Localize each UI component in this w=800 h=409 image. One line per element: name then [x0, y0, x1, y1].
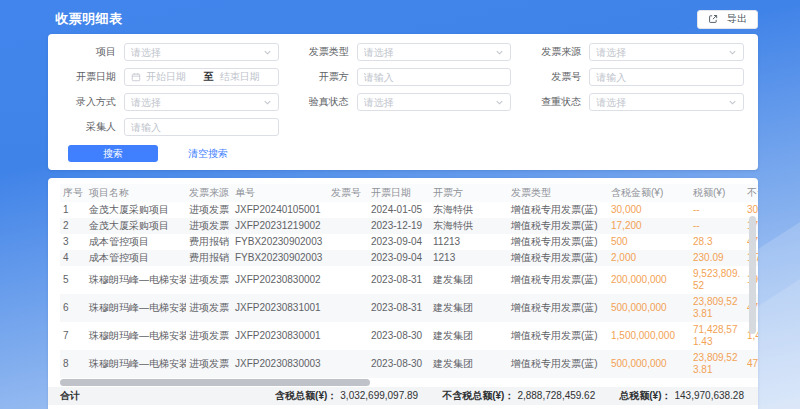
filter-spacer — [295, 118, 512, 136]
filter-panel: 项目 发票类型 发票来源 — [48, 34, 758, 170]
horizontal-scrollbar[interactable] — [60, 379, 370, 386]
table-cell — [328, 322, 368, 350]
table-cell: 增值税专用发票(蓝) — [508, 218, 608, 234]
page-title: 收票明细表 — [48, 10, 123, 28]
table-cell: 8 — [60, 350, 86, 378]
table-cell: 建发集团 — [430, 322, 508, 350]
search-button[interactable]: 搜索 — [68, 145, 158, 162]
table-cell: 珠穆朗玛峰—电梯安装 — [86, 266, 186, 294]
duplicate-status-select[interactable] — [589, 93, 744, 111]
duplicate-status-filter-label: 查重状态 — [527, 95, 581, 109]
column-header: 发票类型 — [508, 184, 608, 202]
table-cell: 建发集团 — [430, 266, 508, 294]
invoice-detail-page: 收票明细表 导出 项目 发票类型 — [0, 0, 800, 409]
table-cell: 2 — [60, 218, 86, 234]
table-cell: 28.3 — [690, 234, 744, 250]
summary-totals: 含税总额(¥)：3,032,699,097.89不含税总额(¥)：2,888,7… — [275, 389, 744, 403]
table-cell: 增值税专用发票(蓝) — [508, 266, 608, 294]
table-cell: 1213 — [430, 250, 508, 266]
table-cell: 2023-08-31 — [368, 294, 430, 322]
table-cell: FYBX20230902003 — [232, 250, 328, 266]
invoice-number-input[interactable] — [596, 72, 737, 83]
column-header: 发票来源 — [186, 184, 232, 202]
invoice-type-filter: 发票类型 — [295, 43, 512, 61]
issuer-input[interactable] — [364, 72, 505, 83]
invoice-date-filter: 开票日期 开始日期 至 结束日期 — [62, 68, 279, 86]
column-header: 项目名称 — [86, 184, 186, 202]
table-cell: 进项发票 — [186, 294, 232, 322]
issuer-filter-label: 开票方 — [295, 70, 349, 84]
filter-actions: 搜索 清空搜索 — [62, 145, 744, 162]
project-select[interactable] — [124, 43, 279, 61]
table-header-row: 序号项目名称发票来源单号发票号开票日期开票方发票类型含税金额(¥)税额(¥)不含… — [60, 184, 758, 202]
invoice-source-select-input[interactable] — [596, 47, 728, 58]
project-filter: 项目 — [62, 43, 279, 61]
project-filter-label: 项目 — [62, 45, 116, 59]
table-cell: 珠穆朗玛峰—电梯安装 — [86, 294, 186, 322]
table-cell: 500,000,000 — [608, 294, 690, 322]
table-row: 2金茂大厦采购项目进项发票JXFP202312190022023-12-19东海… — [60, 218, 758, 234]
table-cell: 东海特供 — [430, 202, 508, 218]
table-cell: 进项发票 — [186, 202, 232, 218]
invoice-source-select[interactable] — [589, 43, 744, 61]
invoice-date-range[interactable]: 开始日期 至 结束日期 — [124, 68, 279, 86]
summary-item: 含税总额(¥)：3,032,699,097.89 — [275, 389, 418, 403]
collector-filter: 采集人 — [62, 118, 279, 136]
collector-input[interactable] — [131, 122, 272, 133]
export-button[interactable]: 导出 — [697, 10, 758, 29]
table-cell: 进项发票 — [186, 218, 232, 234]
invoice-source-filter-label: 发票来源 — [527, 45, 581, 59]
invoice-type-select[interactable] — [357, 43, 512, 61]
invoice-type-select-input[interactable] — [364, 47, 496, 58]
table-cell: 进项发票 — [186, 322, 232, 350]
export-label: 导出 — [727, 12, 747, 26]
table-cell: 9,523,809.52 — [690, 266, 744, 294]
table-row: 8珠穆朗玛峰—电梯安装进项发票JXFP202308300032023-08-30… — [60, 350, 758, 378]
clear-search-button[interactable]: 清空搜索 — [188, 147, 228, 161]
table-row: 1金茂大厦采购项目进项发票JXFP202401050012024-01-05东海… — [60, 202, 758, 218]
issuer-input-wrap[interactable] — [357, 68, 512, 86]
start-date-placeholder[interactable]: 开始日期 — [146, 70, 198, 84]
table-cell: 增值税专用发票(蓝) — [508, 350, 608, 378]
table-row: 6珠穆朗玛峰—电梯安装进项发票JXFP202308310012023-08-31… — [60, 294, 758, 322]
table-cell: 费用报销 — [186, 234, 232, 250]
table-viewport[interactable]: 序号项目名称发票来源单号发票号开票日期开票方发票类型含税金额(¥)税额(¥)不含… — [60, 184, 758, 387]
table-cell: 金茂大厦采购项目 — [86, 202, 186, 218]
table-cell: 500 — [608, 234, 690, 250]
table-cell: FYBX20230902003 — [232, 234, 328, 250]
topbar: 收票明细表 导出 — [48, 7, 758, 31]
duplicate-status-select-input[interactable] — [596, 97, 728, 108]
table-cell: 建发集团 — [430, 350, 508, 378]
table-cell: 23,809,523.81 — [690, 350, 744, 378]
calendar-icon — [131, 72, 141, 82]
table-cell: JXFP20231219002 — [232, 218, 328, 234]
table-panel: 序号项目名称发票来源单号发票号开票日期开票方发票类型含税金额(¥)税额(¥)不含… — [48, 178, 758, 409]
table-cell: 进项发票 — [186, 350, 232, 378]
collector-input-wrap[interactable] — [124, 118, 279, 136]
invoice-table: 序号项目名称发票来源单号发票号开票日期开票方发票类型含税金额(¥)税额(¥)不含… — [60, 184, 758, 378]
verify-status-select[interactable] — [357, 93, 512, 111]
invoice-number-input-wrap[interactable] — [589, 68, 744, 86]
table-cell: 建发集团 — [430, 294, 508, 322]
invoice-number-filter: 发票号 — [527, 68, 744, 86]
table-cell: 金茂大厦采购项目 — [86, 218, 186, 234]
end-date-placeholder[interactable]: 结束日期 — [220, 70, 272, 84]
table-cell: 3 — [60, 234, 86, 250]
table-cell — [328, 202, 368, 218]
chevron-down-icon — [263, 98, 272, 107]
table-cell: JXFP20230830001 — [232, 322, 328, 350]
pagination: 共 142 条 ‹ 123456...8 › 前往 页 — [48, 405, 758, 409]
verify-status-select-input[interactable] — [364, 97, 496, 108]
table-cell — [328, 218, 368, 234]
entry-method-select-input[interactable] — [131, 97, 263, 108]
table-cell: -- — [690, 202, 744, 218]
table-cell: 费用报销 — [186, 250, 232, 266]
vertical-scrollbar[interactable] — [749, 216, 756, 334]
project-select-input[interactable] — [131, 47, 263, 58]
table-cell: JXFP20230831001 — [232, 294, 328, 322]
table-cell: 进项发票 — [186, 266, 232, 294]
column-header: 开票方 — [430, 184, 508, 202]
chevron-down-icon — [495, 98, 504, 107]
entry-method-select[interactable] — [124, 93, 279, 111]
table-cell: 2023-12-19 — [368, 218, 430, 234]
